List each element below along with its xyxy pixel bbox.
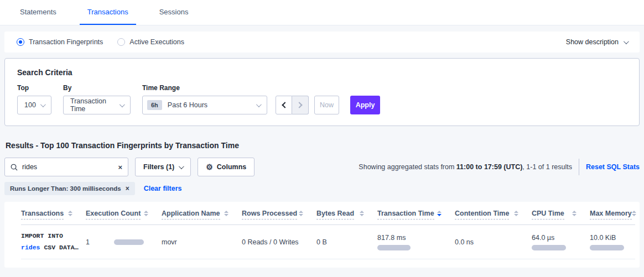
metric-cell: 0 B	[316, 238, 377, 246]
by-field: By Transaction Time	[63, 84, 131, 114]
chevron-down-icon	[179, 164, 184, 169]
chevron-down-icon	[40, 102, 46, 107]
column-header-bytes-read[interactable]: Bytes Read	[316, 210, 377, 219]
radio-icon	[17, 38, 24, 46]
filters-button[interactable]: Filters (1)	[135, 158, 191, 176]
by-select-value: Transaction Time	[70, 97, 120, 113]
table-row: IMPORT INTOrides CSV DATA…1movr0 Reads /…	[21, 225, 635, 259]
chevron-left-icon	[282, 102, 288, 108]
results-search-input[interactable]	[22, 163, 118, 171]
filter-pill-label: Runs Longer Than: 300 milliseconds	[10, 185, 121, 192]
column-header-label: Rows Processed	[242, 210, 297, 219]
transaction-fingerprint-cell: IMPORT INTOrides CSV DATA…	[21, 231, 86, 253]
column-header-cpu-time[interactable]: CPU Time	[532, 210, 590, 219]
sort-icon[interactable]	[224, 211, 228, 216]
stats-prefix: Showing aggregated stats from	[359, 163, 456, 171]
column-header-transaction-time[interactable]: Transaction Time	[377, 210, 455, 219]
stats-suffix: , 1-1 of 1 results	[522, 163, 572, 171]
metric-cell: 0.0 ns	[455, 238, 532, 246]
metric-cell: 817.8 ms	[377, 234, 455, 250]
vertical-divider	[579, 159, 579, 175]
radio-label: Transaction Fingerprints	[29, 38, 103, 46]
column-header-label: Bytes Read	[316, 210, 354, 219]
transaction-statement[interactable]: IMPORT INTOrides CSV DATA…	[21, 231, 80, 253]
column-header-label: Transactions	[21, 210, 64, 219]
results-table-card: TransactionsExecution CountApplication N…	[4, 202, 640, 268]
filters-button-label: Filters (1)	[143, 163, 174, 171]
metric-bar	[532, 245, 566, 250]
search-icon	[11, 164, 18, 171]
by-label: By	[63, 84, 131, 92]
sort-icon[interactable]	[68, 211, 72, 216]
metric-value: 10.0 KiB	[590, 234, 630, 242]
time-range-field: Time Range 6h Past 6 Hours	[142, 84, 267, 114]
search-criteria-card: Search Criteria Top 100 By Transaction T…	[4, 58, 640, 126]
radio-icon	[117, 38, 125, 46]
metric-bar	[114, 239, 144, 245]
column-header-execution-count[interactable]: Execution Count	[86, 210, 162, 219]
time-range-arrows	[276, 96, 309, 114]
clear-search-icon[interactable]: ×	[118, 164, 122, 171]
now-button[interactable]: Now	[314, 96, 339, 114]
tab-bar: StatementsTransactionsSessions	[0, 0, 644, 25]
search-criteria-title: Search Criteria	[17, 68, 627, 77]
range-shift-field: Now Apply	[279, 84, 380, 114]
sort-icon[interactable]	[572, 211, 577, 216]
column-header-application-name[interactable]: Application Name	[162, 210, 242, 219]
metric-cell: 0 Reads / 0 Writes	[242, 238, 316, 246]
metric-value: 0 Reads / 0 Writes	[242, 238, 299, 246]
reset-sql-stats-link[interactable]: Reset SQL Stats	[586, 163, 640, 171]
chevron-down-icon	[624, 39, 629, 44]
results-search-box: ×	[4, 158, 128, 176]
sort-icon[interactable]	[632, 211, 636, 216]
column-header-label: Contention Time	[455, 210, 509, 219]
search-criteria-row: Top 100 By Transaction Time Time Range 6…	[17, 84, 627, 114]
tab-statements[interactable]: Statements	[12, 0, 64, 25]
time-range-label: Time Range	[142, 84, 267, 92]
by-select[interactable]: Transaction Time	[63, 96, 131, 114]
metric-cell: movr	[162, 238, 242, 246]
clear-filters-link[interactable]: Clear filters	[144, 185, 182, 192]
radio-active-executions[interactable]: Active Executions	[117, 38, 184, 46]
columns-button[interactable]: ⚙ Columns	[198, 158, 255, 176]
show-description-toggle[interactable]: Show description	[566, 38, 627, 46]
gear-icon: ⚙	[206, 163, 213, 171]
sort-icon[interactable]	[360, 211, 364, 216]
metric-bar	[590, 245, 624, 250]
time-range-select[interactable]: 6h Past 6 Hours	[142, 96, 267, 114]
stats-time-range: 11:00 to 17:59 (UTC)	[456, 163, 522, 171]
radio-transaction-fingerprints[interactable]: Transaction Fingerprints	[17, 38, 103, 46]
top-field: Top 100	[17, 84, 51, 114]
sort-icon[interactable]	[299, 211, 303, 216]
metric-cell: 64.0 µs	[532, 234, 590, 250]
column-header-label: Execution Count	[86, 210, 141, 219]
metric-value: 64.0 µs	[532, 234, 584, 242]
time-range-value: Past 6 Hours	[168, 101, 207, 109]
chevron-down-icon	[256, 102, 262, 107]
next-range-button[interactable]	[292, 96, 309, 114]
column-header-rows-processed[interactable]: Rows Processed	[242, 210, 316, 219]
sort-icon[interactable]	[437, 211, 442, 216]
column-header-max-memory[interactable]: Max Memory	[590, 210, 644, 219]
results-controls: × Filters (1) ⚙ Columns Showing aggregat…	[4, 158, 640, 176]
previous-range-button[interactable]	[276, 96, 292, 114]
tab-sessions[interactable]: Sessions	[152, 0, 196, 25]
column-header-contention-time[interactable]: Contention Time	[455, 210, 532, 219]
tab-transactions[interactable]: Transactions	[80, 0, 136, 25]
sort-icon[interactable]	[514, 211, 518, 216]
column-header-label: Max Memory	[590, 210, 632, 219]
metric-value: 1	[86, 238, 90, 246]
chevron-down-icon	[120, 102, 125, 107]
sort-icon[interactable]	[144, 211, 148, 216]
metric-cell: 10.0 KiB	[590, 234, 635, 250]
apply-button[interactable]: Apply	[350, 96, 380, 114]
top-select[interactable]: 100	[17, 96, 51, 114]
top-label: Top	[17, 84, 51, 92]
view-toggle-bar: Transaction FingerprintsActive Execution…	[4, 32, 640, 53]
remove-filter-icon[interactable]: ×	[126, 185, 129, 192]
metric-cell: 1	[86, 238, 162, 246]
top-select-value: 100	[24, 101, 36, 109]
chevron-right-icon	[296, 102, 302, 108]
table-name-link[interactable]: rides	[21, 244, 40, 251]
column-header-transactions[interactable]: Transactions	[21, 210, 86, 219]
